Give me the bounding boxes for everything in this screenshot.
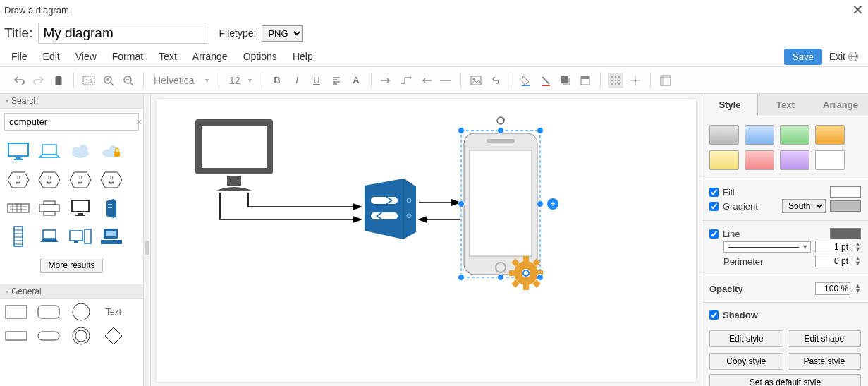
swatch-1[interactable]: [745, 125, 774, 145]
shape-laptop[interactable]: [34, 138, 65, 166]
search-input[interactable]: [5, 114, 132, 130]
filetype-select[interactable]: PNG: [262, 25, 303, 42]
bold-icon[interactable]: B: [269, 73, 285, 88]
font-size-select[interactable]: 12: [226, 73, 255, 88]
save-button[interactable]: Save: [784, 49, 822, 65]
connector-icon[interactable]: [379, 73, 394, 88]
canvas-monitor[interactable]: [195, 119, 273, 191]
more-results-button[interactable]: More results: [40, 258, 102, 273]
close-icon[interactable]: ✕: [852, 1, 864, 18]
menu-arrange[interactable]: Arrange: [185, 48, 235, 65]
copy-style-button[interactable]: Copy style: [709, 353, 783, 370]
undo-icon[interactable]: [11, 73, 27, 88]
shape-hex-3[interactable]: TI##: [65, 166, 96, 194]
shadow-icon[interactable]: [558, 73, 573, 88]
gradient-checkbox[interactable]: [709, 202, 719, 211]
shape-pc[interactable]: [65, 194, 96, 222]
sel-handle-w[interactable]: [458, 200, 465, 207]
swatch-3[interactable]: [815, 125, 845, 145]
fill-color-swatch[interactable]: [830, 186, 861, 198]
sel-handle-center[interactable]: [522, 270, 530, 277]
font-color-icon[interactable]: A: [348, 73, 364, 88]
swatch-2[interactable]: [780, 125, 809, 145]
menu-format[interactable]: Format: [105, 48, 150, 65]
swatch-5[interactable]: [745, 150, 774, 170]
zoom-out-icon[interactable]: [121, 73, 136, 88]
add-connection-handle[interactable]: +: [547, 198, 558, 210]
sel-handle-nw[interactable]: [458, 127, 465, 134]
gshape-text[interactable]: Text: [102, 303, 126, 320]
line-checkbox[interactable]: [709, 229, 719, 239]
menu-view[interactable]: View: [68, 48, 104, 65]
line-icon[interactable]: [438, 73, 453, 88]
fill-checkbox[interactable]: [709, 188, 719, 197]
shape-cloud-1[interactable]: [65, 138, 96, 166]
underline-icon[interactable]: U: [309, 73, 324, 88]
swatch-0[interactable]: [709, 125, 739, 145]
tab-text[interactable]: Text: [758, 94, 813, 116]
search-header[interactable]: Search: [0, 94, 143, 109]
sel-handle-sw[interactable]: [458, 274, 465, 281]
rotate-handle[interactable]: [497, 117, 506, 124]
gshape-double-circle[interactable]: [69, 327, 93, 344]
line-color-swatch[interactable]: [830, 228, 861, 239]
stepper-icon[interactable]: ▲▼: [855, 256, 861, 266]
stepper-icon[interactable]: ▲▼: [855, 242, 861, 252]
tab-arrange[interactable]: Arrange: [813, 94, 868, 116]
layout-icon[interactable]: [658, 73, 673, 88]
canvas[interactable]: +: [157, 99, 696, 382]
waypoint-icon[interactable]: [398, 73, 414, 88]
perimeter-input[interactable]: [815, 255, 850, 267]
image-icon[interactable]: [468, 73, 484, 88]
opacity-input[interactable]: [815, 282, 850, 295]
line-style-select[interactable]: ▼: [723, 241, 811, 253]
gshape-rect2[interactable]: [4, 327, 28, 344]
menu-options[interactable]: Options: [236, 48, 284, 65]
gshape-circle[interactable]: [69, 303, 93, 320]
gradient-color-swatch[interactable]: [830, 200, 861, 212]
sel-handle-s[interactable]: [497, 274, 504, 281]
line-color-icon[interactable]: [538, 73, 554, 88]
fill-color-icon[interactable]: [518, 73, 534, 88]
swatch-7[interactable]: [815, 150, 845, 170]
zoom-in-icon[interactable]: [101, 73, 116, 88]
sel-handle-e[interactable]: [537, 200, 544, 207]
gshape-round-rect2[interactable]: [37, 327, 61, 344]
canvas-phone[interactable]: [461, 131, 540, 277]
set-default-style-button[interactable]: Set as default style: [709, 374, 861, 386]
shadow-checkbox[interactable]: [709, 310, 719, 320]
swatch-4[interactable]: [709, 150, 739, 170]
gradient-direction-select[interactable]: South: [782, 199, 826, 213]
gshape-round-rect[interactable]: [37, 303, 61, 320]
swatch-6[interactable]: [780, 150, 809, 170]
shape-workstation[interactable]: [96, 222, 127, 251]
title-input[interactable]: [38, 23, 207, 44]
canvas-server[interactable]: [365, 179, 416, 239]
shape-rack[interactable]: [3, 222, 34, 251]
shape-hex-4[interactable]: TI##: [96, 166, 127, 194]
arrow-left-icon[interactable]: [418, 73, 434, 88]
paste-style-button[interactable]: Paste style: [788, 353, 862, 370]
shape-monitor[interactable]: [3, 138, 34, 166]
guides-icon[interactable]: [628, 73, 643, 88]
stepper-icon[interactable]: ▲▼: [855, 284, 861, 294]
menu-help[interactable]: Help: [286, 48, 320, 65]
fit-icon[interactable]: 1:1: [81, 73, 97, 88]
menu-file[interactable]: File: [4, 48, 35, 65]
italic-icon[interactable]: I: [289, 73, 305, 88]
edit-style-button[interactable]: Edit style: [709, 330, 783, 347]
link-icon[interactable]: [488, 73, 503, 88]
shape-hex-2[interactable]: TI##: [34, 166, 65, 194]
menu-edit[interactable]: Edit: [36, 48, 67, 65]
sel-handle-ne[interactable]: [537, 127, 544, 134]
gshape-diamond[interactable]: [102, 327, 126, 344]
menu-text[interactable]: Text: [152, 48, 184, 65]
shape-cloud-lock[interactable]: [96, 138, 127, 166]
grid-dots-icon[interactable]: [608, 73, 623, 88]
sel-handle-se[interactable]: [537, 274, 544, 281]
align-icon[interactable]: [329, 73, 344, 88]
tab-style[interactable]: Style: [702, 94, 758, 116]
redo-icon[interactable]: [31, 73, 47, 88]
line-width-input[interactable]: [815, 241, 850, 253]
shape-laptop-blue[interactable]: [34, 222, 65, 251]
